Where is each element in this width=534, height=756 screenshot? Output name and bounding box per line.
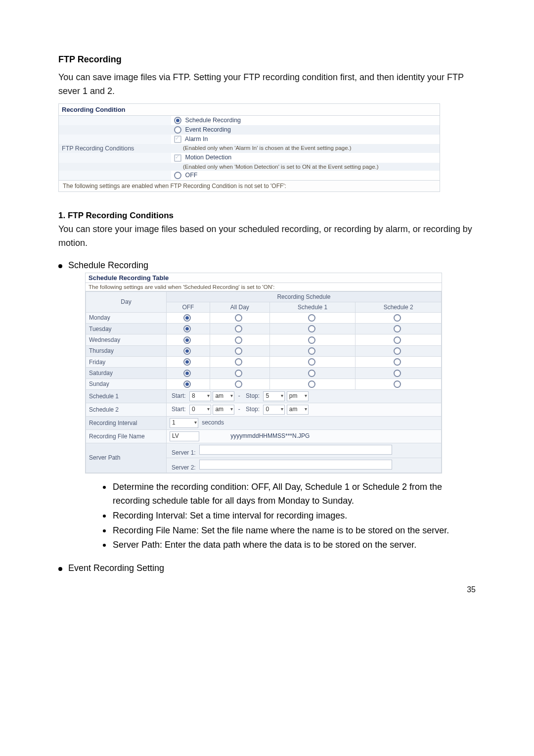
radio-tuesday-s1[interactable]: [308, 325, 315, 332]
recording-file-prefix-input[interactable]: LV: [170, 431, 199, 441]
s2-start-hour-select[interactable]: 0: [189, 405, 211, 415]
sublist-text-2: Recording Interval: Set a time interval …: [113, 509, 347, 523]
radio-saturday-allday[interactable]: [235, 370, 242, 377]
sublist-text-4: Server Path: Enter the data path where t…: [113, 538, 416, 552]
row-schedule1: Schedule 1: [86, 389, 167, 403]
schedule-recording-table-panel: Schedule Recording Table The following s…: [85, 273, 442, 473]
day-wednesday: Wednesday: [86, 334, 167, 345]
s2-stop-ampm-select[interactable]: am: [287, 405, 309, 415]
off-label: OFF: [185, 172, 197, 179]
page-title: FTP Recording: [58, 54, 476, 65]
col-off: OFF: [167, 302, 210, 312]
radio-monday-allday[interactable]: [235, 314, 242, 322]
radio-friday-s2[interactable]: [394, 358, 401, 366]
bullet-icon: [103, 515, 106, 518]
s1-stop-label: Stop:: [244, 392, 262, 399]
day-thursday: Thursday: [86, 345, 167, 356]
s2-stop-hour-select[interactable]: 0: [263, 405, 285, 415]
list-item: Server Path: Enter the data path where t…: [103, 538, 476, 552]
bullet-icon: [58, 567, 62, 571]
event-recording-bullet-label: Event Recording Setting: [68, 563, 164, 573]
recording-condition-header: Recording Condition: [59, 104, 440, 116]
event-recording-label: Event Recording: [185, 126, 230, 133]
radio-schedule-recording[interactable]: [174, 117, 181, 124]
ftp-recording-conditions-label: FTP Recording Conditions: [59, 144, 171, 153]
radio-wednesday-allday[interactable]: [235, 336, 242, 344]
radio-tuesday-allday[interactable]: [235, 325, 242, 332]
seconds-label: seconds: [200, 419, 226, 426]
radio-sunday-s1[interactable]: [308, 380, 315, 388]
recording-interval-select[interactable]: 1: [170, 418, 198, 428]
radio-sunday-off[interactable]: [183, 380, 191, 388]
schedule-table-header: Schedule Recording Table: [86, 273, 442, 283]
s2-stop-label: Stop:: [244, 406, 262, 413]
s1-start-hour-select[interactable]: 8: [189, 391, 211, 401]
recording-file-suffix: yyyymmddHHMMSS***N.JPG: [201, 432, 312, 439]
alarm-in-note: (Enabled only when 'Alarm In' is chosen …: [171, 144, 440, 153]
section1-text: You can store your image files based on …: [58, 223, 476, 250]
day-monday: Monday: [86, 312, 167, 323]
bullet-icon: [103, 544, 106, 547]
recording-condition-panel: Recording Condition Schedule Recording E…: [58, 103, 440, 192]
radio-thursday-off[interactable]: [183, 347, 191, 355]
radio-tuesday-s2[interactable]: [394, 325, 401, 332]
radio-saturday-s2[interactable]: [394, 370, 401, 377]
col-schedule2: Schedule 2: [356, 302, 442, 312]
col-allday: All Day: [210, 302, 269, 312]
radio-thursday-s1[interactable]: [308, 347, 315, 355]
dash: -: [236, 392, 242, 399]
server2-path-input[interactable]: [199, 460, 392, 470]
s1-stop-hour-select[interactable]: 5: [263, 391, 285, 401]
radio-monday-off[interactable]: [183, 314, 191, 322]
checkbox-alarm-in: [174, 136, 181, 143]
radio-friday-off[interactable]: [183, 358, 191, 366]
radio-thursday-allday[interactable]: [235, 347, 242, 355]
radio-saturday-s1[interactable]: [308, 370, 315, 377]
row-server-path: Server Path: [86, 443, 167, 472]
radio-monday-s1[interactable]: [308, 314, 315, 322]
s1-start-label: Start:: [170, 392, 188, 399]
sublist-text-1: Determine the recording condition: OFF, …: [113, 480, 476, 508]
radio-saturday-off[interactable]: [183, 370, 191, 377]
sublist-text-3: Recording File Name: Set the file name w…: [113, 524, 449, 538]
col-schedule1: Schedule 1: [269, 302, 355, 312]
radio-thursday-s2[interactable]: [394, 347, 401, 355]
radio-wednesday-s1[interactable]: [308, 336, 315, 344]
col-recording-schedule: Recording Schedule: [167, 291, 442, 302]
s1-stop-ampm-select[interactable]: pm: [287, 391, 309, 401]
radio-sunday-s2[interactable]: [394, 380, 401, 388]
dash2: -: [236, 406, 242, 413]
intro-text: You can save image files via FTP. Settin…: [58, 71, 476, 98]
server1-label: Server 1:: [170, 449, 198, 456]
motion-detection-label: Motion Detection: [185, 154, 231, 161]
radio-wednesday-off[interactable]: [183, 336, 191, 344]
page-number: 35: [58, 585, 476, 594]
radio-monday-s2[interactable]: [394, 314, 401, 322]
list-item: Recording File Name: Set the file name w…: [103, 524, 476, 538]
server1-path-input[interactable]: [199, 445, 392, 455]
schedule-recording-bullet-label: Schedule Recording: [68, 260, 148, 271]
alarm-in-label: Alarm In: [185, 136, 208, 142]
s2-start-ampm-select[interactable]: am: [213, 405, 234, 415]
radio-friday-s1[interactable]: [308, 358, 315, 366]
s1-start-ampm-select[interactable]: am: [213, 391, 234, 401]
row-recording-file-name: Recording File Name: [86, 429, 167, 443]
radio-off[interactable]: [174, 172, 181, 179]
radio-event-recording[interactable]: [174, 126, 181, 134]
day-saturday: Saturday: [86, 368, 167, 378]
event-recording-bullet: Event Recording Setting: [58, 563, 476, 573]
panel1-footer-note: The following settings are enabled when …: [59, 180, 440, 191]
row-recording-interval: Recording Interval: [86, 416, 167, 429]
schedule-recording-bullet: Schedule Recording: [58, 260, 476, 271]
day-sunday: Sunday: [86, 378, 167, 389]
checkbox-motion-detection: [174, 154, 181, 162]
list-item: Recording Interval: Set a time interval …: [103, 509, 476, 523]
radio-friday-allday[interactable]: [235, 358, 242, 366]
server2-label: Server 2:: [170, 464, 198, 471]
radio-sunday-allday[interactable]: [235, 380, 242, 388]
s2-start-label: Start:: [170, 406, 188, 413]
radio-tuesday-off[interactable]: [183, 325, 191, 332]
row-schedule2: Schedule 2: [86, 403, 167, 416]
radio-wednesday-s2[interactable]: [394, 336, 401, 344]
bullet-icon: [103, 529, 106, 532]
